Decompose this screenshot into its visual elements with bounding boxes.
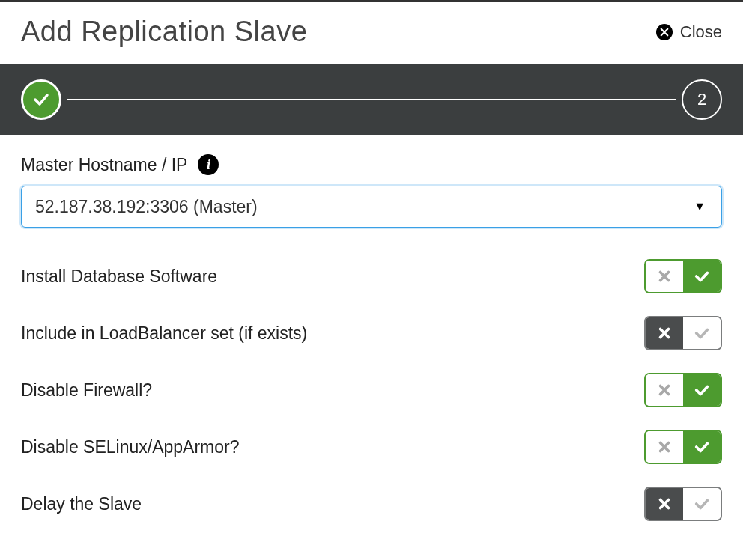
master-hostname-field: Master Hostname / IP i 52.187.38.192:330… — [21, 154, 722, 228]
close-label: Close — [680, 22, 722, 42]
x-icon — [656, 268, 673, 284]
delay-slave-row: Delay the Slave — [21, 487, 722, 521]
step-1-complete[interactable] — [21, 79, 61, 120]
options-list: Install Database Software Include in Loa… — [21, 259, 722, 521]
stepper-line — [67, 99, 676, 100]
install-db-label: Install Database Software — [21, 267, 217, 287]
info-icon[interactable]: i — [198, 154, 219, 175]
modal-header: Add Replication Slave Close — [0, 2, 743, 64]
toggle-on-button[interactable] — [683, 261, 721, 292]
check-icon — [694, 268, 710, 284]
toggle-off-button[interactable] — [646, 431, 683, 463]
toggle-on-button[interactable] — [683, 488, 721, 520]
check-icon — [694, 439, 710, 455]
install-db-row: Install Database Software — [21, 259, 722, 293]
check-icon — [694, 382, 710, 398]
add-replication-slave-modal: Add Replication Slave Close 2 Master Hos… — [0, 0, 743, 560]
close-button[interactable]: Close — [656, 22, 722, 42]
toggle-off-button[interactable] — [646, 374, 683, 406]
x-icon — [656, 382, 673, 398]
toggle-off-button[interactable] — [646, 261, 683, 292]
toggle-on-button[interactable] — [683, 317, 721, 349]
modal-title: Add Replication Slave — [21, 16, 307, 48]
toggle-off-button[interactable] — [646, 317, 683, 349]
close-icon — [656, 24, 673, 40]
master-hostname-label: Master Hostname / IP — [21, 155, 187, 175]
x-icon — [656, 325, 673, 341]
x-icon — [656, 439, 673, 455]
include-lb-row: Include in LoadBalancer set (if exists) — [21, 316, 722, 350]
step-2-pending[interactable]: 2 — [682, 79, 722, 120]
disable-selinux-toggle[interactable] — [644, 430, 722, 464]
disable-selinux-label: Disable SELinux/AppArmor? — [21, 437, 239, 457]
include-lb-toggle[interactable] — [644, 316, 722, 350]
check-icon — [32, 91, 50, 109]
toggle-off-button[interactable] — [646, 488, 683, 520]
step-2-label: 2 — [697, 90, 706, 109]
modal-body: Master Hostname / IP i 52.187.38.192:330… — [0, 135, 743, 560]
install-db-toggle[interactable] — [644, 259, 722, 293]
delay-slave-toggle[interactable] — [644, 487, 722, 521]
include-lb-label: Include in LoadBalancer set (if exists) — [21, 323, 307, 344]
disable-firewall-toggle[interactable] — [644, 373, 722, 407]
toggle-on-button[interactable] — [683, 374, 721, 406]
field-label-row: Master Hostname / IP i — [21, 154, 722, 175]
delay-slave-label: Delay the Slave — [21, 494, 142, 514]
check-icon — [694, 496, 710, 512]
disable-selinux-row: Disable SELinux/AppArmor? — [21, 430, 722, 464]
disable-firewall-row: Disable Firewall? — [21, 373, 722, 407]
disable-firewall-label: Disable Firewall? — [21, 380, 152, 401]
x-icon — [656, 496, 673, 512]
master-hostname-select[interactable]: 52.187.38.192:3306 (Master) — [21, 186, 722, 228]
toggle-on-button[interactable] — [683, 431, 721, 463]
progress-stepper: 2 — [0, 64, 743, 135]
check-icon — [694, 325, 710, 341]
select-wrap: 52.187.38.192:3306 (Master) ▼ — [21, 186, 722, 228]
